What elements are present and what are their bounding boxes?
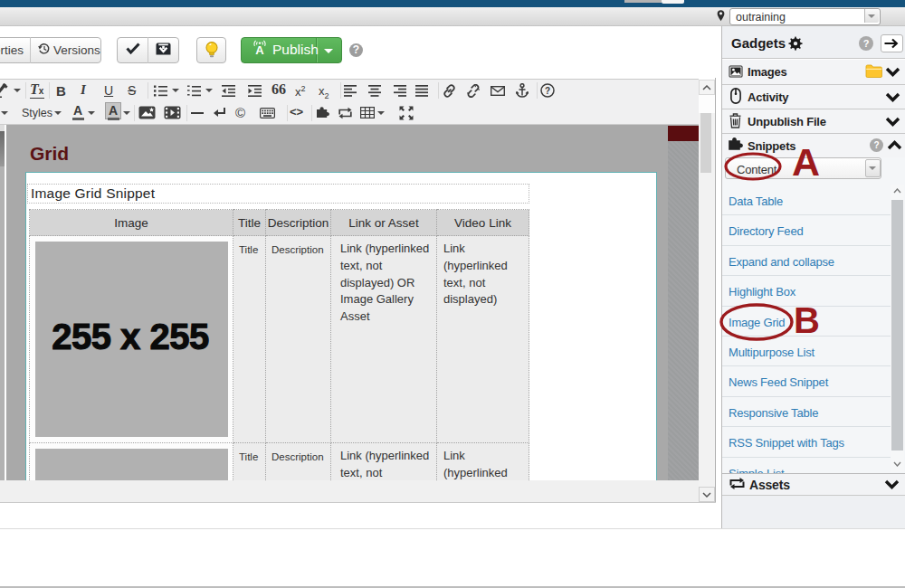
svg-text:?: ? <box>545 86 550 96</box>
svg-text:A: A <box>255 43 264 56</box>
